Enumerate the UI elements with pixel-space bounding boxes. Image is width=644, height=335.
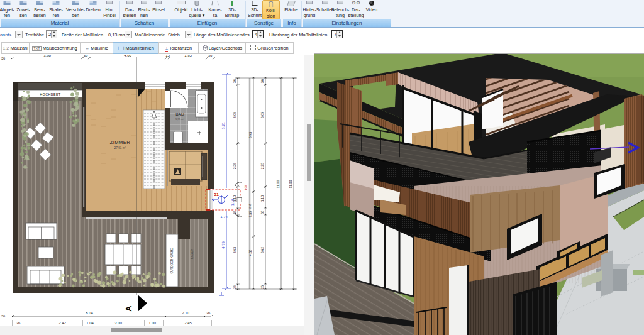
svg-text:3.68: 3.68 bbox=[43, 55, 51, 57]
svg-text:A: A bbox=[124, 305, 133, 312]
svg-text:1.95: 1.95 bbox=[184, 55, 192, 57]
svg-text:36: 36 bbox=[233, 79, 236, 83]
svg-text:36: 36 bbox=[206, 311, 211, 315]
svg-text:2.42: 2.42 bbox=[58, 321, 66, 325]
svg-text:8.04: 8.04 bbox=[86, 311, 93, 315]
svg-text:3.62: 3.62 bbox=[260, 247, 264, 253]
svg-text:2.25: 2.25 bbox=[233, 163, 236, 169]
svg-text:1,00: 1,00 bbox=[244, 185, 247, 190]
svg-text:36: 36 bbox=[84, 55, 88, 57]
svg-text:26: 26 bbox=[260, 285, 264, 289]
svg-text:5.93: 5.93 bbox=[248, 132, 252, 138]
svg-text:36: 36 bbox=[260, 79, 264, 83]
svg-text:36: 36 bbox=[1, 57, 5, 60]
svg-text:HOCHBEET: HOCHBEET bbox=[40, 92, 61, 96]
svg-text:5,95 m²: 5,95 m² bbox=[175, 118, 184, 121]
svg-text:ZIMMER: ZIMMER bbox=[110, 140, 131, 145]
svg-text:36: 36 bbox=[208, 55, 213, 57]
svg-text:3.05: 3.05 bbox=[233, 112, 236, 118]
svg-text:2,35: 2,35 bbox=[248, 203, 252, 209]
svg-text:11.00: 11.00 bbox=[289, 180, 292, 189]
svg-text:BAD: BAD bbox=[175, 112, 184, 116]
svg-text:51: 51 bbox=[214, 192, 219, 197]
svg-text:4.79: 4.79 bbox=[221, 241, 225, 249]
svg-text:1.10: 1.10 bbox=[260, 195, 264, 202]
svg-text:36: 36 bbox=[16, 321, 21, 325]
svg-text:2.35: 2.35 bbox=[248, 211, 252, 217]
svg-text:25: 25 bbox=[233, 285, 236, 289]
svg-text:2.25: 2.25 bbox=[260, 163, 264, 169]
svg-text:3.05: 3.05 bbox=[260, 112, 264, 118]
svg-text:OUTDOOR KÜCHE: OUTDOOR KÜCHE bbox=[170, 248, 174, 274]
svg-text:1.04: 1.04 bbox=[86, 321, 94, 325]
svg-text:LAGER: LAGER bbox=[191, 249, 194, 259]
svg-text:2.45: 2.45 bbox=[184, 321, 192, 325]
svg-text:3.63: 3.63 bbox=[233, 247, 236, 253]
svg-text:1.10: 1.10 bbox=[231, 199, 235, 206]
svg-text:15: 15 bbox=[165, 55, 170, 57]
svg-text:27,91 m²: 27,91 m² bbox=[114, 146, 126, 150]
svg-text:36: 36 bbox=[233, 211, 236, 214]
svg-text:1.74: 1.74 bbox=[220, 215, 228, 219]
svg-text:36: 36 bbox=[260, 211, 264, 214]
svg-text:4.36: 4.36 bbox=[248, 250, 252, 256]
svg-text:2.10: 2.10 bbox=[182, 311, 189, 315]
svg-text:36: 36 bbox=[1, 314, 5, 318]
svg-text:1.00: 1.00 bbox=[148, 321, 156, 325]
svg-text:6.21: 6.21 bbox=[221, 122, 225, 129]
svg-text:4.00: 4.00 bbox=[124, 55, 131, 57]
svg-text:11.00: 11.00 bbox=[276, 180, 280, 189]
svg-text:3.00: 3.00 bbox=[114, 321, 122, 325]
